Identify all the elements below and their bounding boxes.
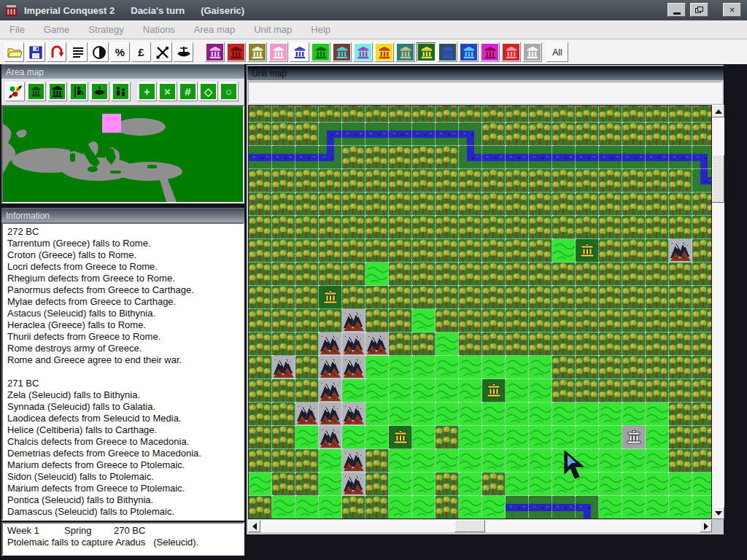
map-tile-hills[interactable] [482,449,506,472]
map-tile-hills[interactable] [389,356,412,379]
map-tile-hills[interactable] [529,402,552,426]
map-tile-forest[interactable] [459,216,482,239]
nation-filter-button-7[interactable] [332,42,352,62]
map-tile-forest[interactable] [412,169,436,192]
map-tile-forest[interactable] [552,105,576,122]
map-tile-river-bend-left-top[interactable] [319,146,342,169]
map-tile-forest[interactable] [482,309,506,332]
map-tile-forest[interactable] [529,239,552,262]
map-tile-forest[interactable] [529,216,552,239]
map-tile-hills[interactable] [412,496,436,519]
nation-filter-button-6[interactable] [311,42,330,62]
map-tile-river-horizontal[interactable] [482,146,506,169]
map-tile-hills[interactable] [669,472,692,496]
map-tile-forest[interactable] [692,309,712,332]
map-tile-forest[interactable] [295,379,319,402]
map-tile-hills[interactable] [622,496,646,519]
map-tile-hills[interactable] [482,356,506,379]
map-tile-hills[interactable] [412,379,436,402]
map-tile-forest[interactable] [389,309,412,332]
map-tile-forest[interactable] [249,402,272,426]
map-tile-forest[interactable] [436,216,459,239]
map-tile-hills[interactable] [436,356,459,379]
map-tile-forest[interactable] [365,449,389,472]
map-tile-forest[interactable] [436,105,459,122]
menu-item-strategy[interactable]: Strategy [79,24,133,35]
map-tile-forest[interactable] [552,192,576,216]
map-tile-forest[interactable] [529,309,552,332]
map-tile-hills[interactable] [412,309,436,332]
map-tile-forest[interactable] [389,262,412,286]
map-tile-river-horizontal[interactable] [506,146,529,169]
map-tile-forest[interactable] [669,402,692,426]
map-tile-river-horizontal[interactable] [669,146,692,169]
map-tile-forest[interactable] [272,262,295,286]
map-tile-forest[interactable] [365,496,389,519]
nation-filter-button-13[interactable] [459,42,479,62]
map-tile-river-horizontal[interactable] [599,146,622,169]
map-tile-forest[interactable] [342,239,365,262]
information-log[interactable]: 272 BCTarrentum (Greece) falls to Rome.C… [1,222,244,521]
map-tile-city-gray[interactable] [622,426,646,449]
map-tile-hills[interactable] [482,426,506,449]
map-tile-forest[interactable] [646,286,669,309]
map-tile-forest[interactable] [272,402,295,426]
map-tile-forest[interactable] [412,262,436,286]
map-tile-river-horizontal[interactable] [576,146,599,169]
map-tile-forest[interactable] [295,332,319,356]
nation-filter-button-14[interactable] [480,42,500,62]
map-tile-mountain[interactable] [342,472,365,496]
unit-map-viewport[interactable] [248,105,712,519]
map-tile-hills[interactable] [365,402,389,426]
map-tile-forest[interactable] [692,122,712,146]
map-tile-forest[interactable] [342,216,365,239]
map-tile-mountain[interactable] [319,332,342,356]
map-tile-hills[interactable] [599,496,622,519]
map-tile-forest[interactable] [482,122,506,146]
map-tile-hills[interactable] [482,496,506,519]
map-tile-forest[interactable] [436,472,459,496]
map-tile-mountain[interactable] [669,239,692,262]
nation-filter-button-9[interactable] [374,42,394,62]
information-panel-header[interactable]: Information [1,208,244,222]
map-tile-forest[interactable] [692,105,712,122]
map-tile-forest[interactable] [389,216,412,239]
map-tile-hills[interactable] [529,449,552,472]
map-tile-forest[interactable] [506,216,529,239]
map-tile-hills[interactable] [529,379,552,402]
map-tile-forest[interactable] [365,286,389,309]
map-tile-mountain[interactable] [295,402,319,426]
map-tile-forest[interactable] [295,239,319,262]
map-tile-forest[interactable] [646,239,669,262]
map-tile-forest[interactable] [692,356,712,379]
map-tile-hills[interactable] [506,449,529,472]
map-tile-forest[interactable] [295,169,319,192]
map-tile-hills[interactable] [365,356,389,379]
map-tile-forest[interactable] [599,239,622,262]
map-tile-forest[interactable] [622,169,646,192]
map-tile-forest[interactable] [622,192,646,216]
nation-filter-all-button[interactable]: All [546,42,568,62]
menu-item-game[interactable]: Game [34,24,79,35]
map-tile-forest[interactable] [459,309,482,332]
scroll-down-button[interactable] [712,507,724,519]
map-tile-forest[interactable] [249,169,272,192]
map-tile-hills[interactable] [459,402,482,426]
map-tile-forest[interactable] [552,262,576,286]
map-tile-forest[interactable] [529,262,552,286]
map-tile-hills[interactable] [365,379,389,402]
map-tile-forest[interactable] [599,105,622,122]
map-tile-hills[interactable] [599,402,622,426]
map-tile-forest[interactable] [389,105,412,122]
map-tile-forest[interactable] [365,309,389,332]
map-tile-forest[interactable] [389,146,412,169]
map-tile-forest[interactable] [529,192,552,216]
map-tile-river-bend-left-bottom[interactable] [459,122,482,146]
grid-hash-button[interactable]: # [178,82,198,101]
map-tile-forest[interactable] [506,105,529,122]
open-folder-button[interactable] [4,42,24,62]
map-tile-forest[interactable] [646,309,669,332]
map-tile-hills[interactable] [342,379,365,402]
map-tile-forest[interactable] [412,286,436,309]
map-tile-forest[interactable] [436,496,459,519]
